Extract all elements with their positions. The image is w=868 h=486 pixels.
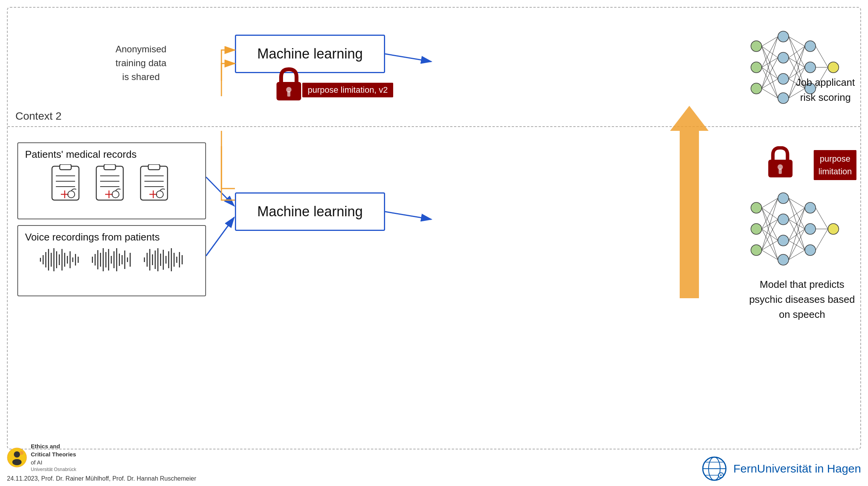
svg-point-3 (751, 41, 762, 52)
svg-point-7 (778, 52, 789, 63)
svg-point-219 (720, 474, 722, 476)
svg-marker-202 (680, 131, 699, 298)
svg-point-168 (828, 224, 839, 234)
voice-wave-3 (142, 246, 185, 273)
svg-point-211 (20, 451, 23, 455)
svg-point-11 (805, 62, 816, 73)
patients-box-label: Patients' medical records (25, 149, 198, 160)
ml-box-top: Machine learning (235, 35, 385, 73)
medical-icon-1 (50, 164, 85, 205)
svg-point-158 (751, 202, 762, 213)
svg-point-209 (14, 451, 20, 458)
medical-icon-3 (139, 164, 173, 205)
svg-point-166 (805, 224, 816, 234)
svg-line-193 (816, 208, 828, 229)
voice-wave-2 (90, 246, 133, 273)
svg-point-159 (751, 224, 762, 234)
lock-right-icon (766, 146, 795, 180)
voice-box: Voice recordings from patients (17, 225, 206, 296)
footer: Ethics and Critical Theories of AI Unive… (7, 442, 861, 482)
svg-point-9 (778, 93, 789, 104)
purpose-badge-top: purpose limitation, v2 (302, 83, 393, 97)
voice-box-label: Voice recordings from patients (25, 231, 198, 243)
footer-date-author: 24.11.2023, Prof. Dr. Rainer Mühlhoff, P… (7, 475, 196, 482)
svg-rect-45 (60, 164, 71, 170)
svg-line-195 (816, 229, 828, 250)
svg-point-163 (778, 235, 789, 246)
svg-point-6 (778, 31, 789, 42)
svg-line-184 (789, 208, 805, 219)
ml-box-bottom: Machine learning (235, 192, 385, 231)
svg-rect-61 (148, 164, 160, 170)
svg-point-161 (778, 193, 789, 204)
svg-line-188 (789, 229, 805, 240)
svg-line-38 (816, 46, 828, 67)
svg-point-13 (828, 62, 839, 73)
svg-line-205 (206, 217, 234, 256)
medical-icon-2 (94, 164, 129, 205)
svg-point-165 (805, 202, 816, 213)
svg-point-164 (778, 254, 789, 265)
model-predicts-label: Model that predicts psychic diseases bas… (749, 277, 855, 322)
svg-point-5 (751, 83, 762, 94)
svg-rect-2 (287, 91, 290, 97)
voice-wave-1 (39, 246, 81, 273)
job-applicant-label: Job applicant risk scoring (796, 75, 855, 105)
svg-point-8 (778, 73, 789, 84)
fern-uni-logo: FernUniversität in Hagen (701, 455, 861, 482)
svg-point-160 (751, 245, 762, 256)
svg-point-162 (778, 214, 789, 225)
svg-point-167 (805, 245, 816, 256)
anon-text: Anonymised training data is shared (116, 42, 166, 84)
patients-box: Patients' medical records (17, 142, 206, 219)
fern-uni-icon (701, 455, 728, 482)
svg-point-10 (805, 41, 816, 52)
svg-point-210 (12, 459, 22, 465)
nn-bottom (745, 177, 841, 282)
footer-logo-text: Ethics and Critical Theories of AI Unive… (31, 442, 76, 473)
svg-line-204 (206, 177, 234, 206)
svg-point-4 (751, 62, 762, 73)
purpose-badge-right: purpose limitation (814, 150, 856, 180)
svg-line-43 (385, 54, 431, 62)
fern-uni-text: FernUniversität in Hagen (733, 462, 861, 475)
osnabrueck-logo (7, 448, 27, 468)
svg-line-206 (385, 212, 431, 219)
svg-rect-53 (104, 164, 116, 170)
svg-rect-198 (779, 169, 782, 174)
svg-line-29 (789, 46, 805, 58)
lock-top-icon (273, 67, 304, 104)
context2-label: Context 2 (15, 110, 62, 122)
